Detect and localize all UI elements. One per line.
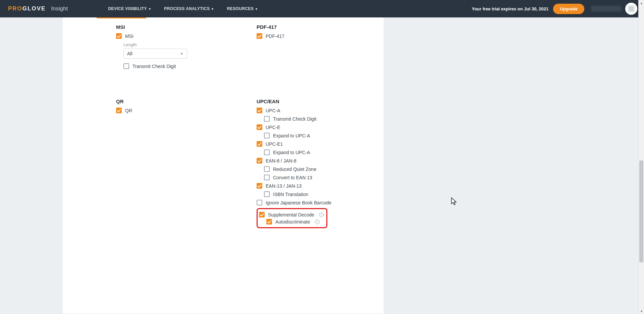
top-nav: PROGLOVE Insight DEVICE VISIBILITY ▾ PRO… <box>0 0 644 17</box>
nav-resources[interactable]: RESOURCES ▾ <box>227 6 258 11</box>
avatar[interactable] <box>625 3 637 15</box>
checkbox-checked-icon <box>257 158 262 164</box>
upce1-expand-label: Expand to UPC-A <box>273 150 310 155</box>
qr-section: QR QR <box>116 92 243 229</box>
supp-decode-label: Supplemental Decode <box>268 212 314 217</box>
scroll-track[interactable] <box>639 6 644 308</box>
checkbox-checked-icon <box>257 33 262 39</box>
help-icon[interactable]: ? <box>315 219 320 224</box>
checkbox-checked-icon <box>257 124 262 130</box>
msi-length-value: All <box>127 51 132 56</box>
checkbox-checked-icon <box>116 108 122 113</box>
upca-transmit-row[interactable]: Transmit Check Digit <box>264 116 316 122</box>
scroll-up-arrow-icon[interactable]: ▴ <box>639 0 644 6</box>
settings-card: MSI MSI Length All ▼ Transmit Check Digi… <box>62 0 384 314</box>
product-name: Insight <box>51 5 68 12</box>
ean8-row[interactable]: EAN-8 / JAN-8 <box>257 158 297 164</box>
upce-label: UPC-E <box>266 125 280 130</box>
nav-label: DEVICE VISIBILITY <box>108 6 147 11</box>
autodisc-row[interactable]: Autodiscriminate ? <box>266 219 320 225</box>
pdf417-checkbox-row[interactable]: PDF-417 <box>257 33 284 39</box>
upce-expand-label: Expand to UPC-A <box>273 133 310 138</box>
checkbox-checked-icon <box>266 219 272 225</box>
msi-length-label: Length <box>123 42 243 47</box>
checkbox-unchecked-icon <box>264 149 270 155</box>
ean8-rqz-label: Reduced Quiet Zone <box>273 167 316 172</box>
ean13-isbn-row[interactable]: ISBN Translation <box>264 191 308 197</box>
upca-label: UPC-A <box>266 108 280 113</box>
ean8-conv-label: Convert to EAN 13 <box>273 175 312 180</box>
upcean-title: UPC/EAN <box>257 99 384 104</box>
ignore-jp-label: Ignore Japanese Book Barcode <box>266 200 331 205</box>
chevron-down-icon: ▾ <box>149 7 151 11</box>
ean8-label: EAN-8 / JAN-8 <box>266 158 297 164</box>
checkbox-unchecked-icon <box>264 175 270 180</box>
msi-title: MSI <box>116 24 243 30</box>
nav-label: RESOURCES <box>227 6 254 11</box>
upce1-label: UPC-E1 <box>266 141 283 147</box>
ean8-conv-row[interactable]: Convert to EAN 13 <box>264 175 312 180</box>
nav-items: DEVICE VISIBILITY ▾ PROCESS ANALYTICS ▾ … <box>108 6 257 11</box>
avatar-image-redacted <box>628 6 634 12</box>
ean8-rqz-row[interactable]: Reduced Quiet Zone <box>264 166 316 172</box>
pdf417-section: PDF-417 PDF-417 <box>257 17 384 72</box>
checkbox-unchecked-icon <box>257 200 262 205</box>
scroll-down-arrow-icon[interactable]: ▾ <box>639 308 644 314</box>
checkbox-unchecked-icon <box>264 133 270 138</box>
scroll-thumb[interactable] <box>639 161 643 262</box>
qr-title: QR <box>116 99 243 104</box>
chevron-down-icon: ▾ <box>256 7 257 11</box>
username-redacted <box>591 6 621 12</box>
upcean-section: UPC/EAN UPC-A Transmit Check Digit UPC-E <box>257 92 384 229</box>
ean13-isbn-label: ISBN Translation <box>273 192 308 197</box>
msi-section: MSI MSI Length All ▼ Transmit Check Digi… <box>116 17 243 72</box>
upgrade-button[interactable]: Upgrade <box>553 4 584 14</box>
chevron-down-icon: ▼ <box>180 52 183 56</box>
browser-scrollbar[interactable]: ▴ ▾ <box>638 0 644 314</box>
ean13-row[interactable]: EAN-13 / JAN-13 <box>257 183 302 189</box>
checkbox-unchecked-icon <box>123 63 129 69</box>
checkbox-checked-icon <box>257 108 262 113</box>
msi-transmit-check-row[interactable]: Transmit Check Digit <box>123 63 176 69</box>
brand[interactable]: PROGLOVE Insight <box>8 5 68 12</box>
cursor-icon <box>451 197 458 206</box>
checkbox-unchecked-icon <box>264 116 270 122</box>
pdf417-title: PDF-417 <box>257 24 384 30</box>
msi-transmit-check-label: Transmit Check Digit <box>132 64 176 69</box>
upce1-row[interactable]: UPC-E1 <box>257 141 283 147</box>
help-icon[interactable]: ? <box>319 212 324 217</box>
highlight-annotation: Supplemental Decode ? Autodiscriminate ? <box>257 208 327 228</box>
checkbox-checked-icon <box>257 183 262 189</box>
upce-row[interactable]: UPC-E <box>257 124 280 130</box>
qr-checkbox-row[interactable]: QR <box>116 108 132 113</box>
msi-checkbox-label: MSI <box>125 34 133 39</box>
ignore-jp-row[interactable]: Ignore Japanese Book Barcode <box>257 200 331 205</box>
supp-decode-row[interactable]: Supplemental Decode ? <box>259 212 324 217</box>
active-tab-indicator <box>97 17 146 18</box>
nav-label: PROCESS ANALYTICS <box>164 6 210 11</box>
nav-process-analytics[interactable]: PROCESS ANALYTICS ▾ <box>164 6 213 11</box>
checkbox-checked-icon <box>259 212 265 217</box>
msi-checkbox-row[interactable]: MSI <box>116 33 133 39</box>
checkbox-checked-icon <box>257 141 262 147</box>
checkbox-unchecked-icon <box>264 166 270 172</box>
checkbox-checked-icon <box>116 33 122 39</box>
upca-row[interactable]: UPC-A <box>257 108 280 113</box>
logo-pro: PRO <box>8 5 22 12</box>
pdf417-checkbox-label: PDF-417 <box>266 34 284 39</box>
qr-checkbox-label: QR <box>125 108 132 113</box>
msi-length-select[interactable]: All ▼ <box>123 49 187 59</box>
trial-notice: Your free trial expires on Jul 30, 2021 <box>472 6 548 11</box>
autodisc-label: Autodiscriminate <box>275 219 310 225</box>
ean13-label: EAN-13 / JAN-13 <box>266 183 302 189</box>
chevron-down-icon: ▾ <box>212 7 213 11</box>
upca-transmit-label: Transmit Check Digit <box>273 116 316 122</box>
logo-glove: GLOVE <box>22 5 46 12</box>
nav-device-visibility[interactable]: DEVICE VISIBILITY ▾ <box>108 6 151 11</box>
viewport: MSI MSI Length All ▼ Transmit Check Digi… <box>0 0 644 314</box>
upce-expand-row[interactable]: Expand to UPC-A <box>264 133 310 138</box>
upce1-expand-row[interactable]: Expand to UPC-A <box>264 149 310 155</box>
checkbox-unchecked-icon <box>264 191 270 197</box>
